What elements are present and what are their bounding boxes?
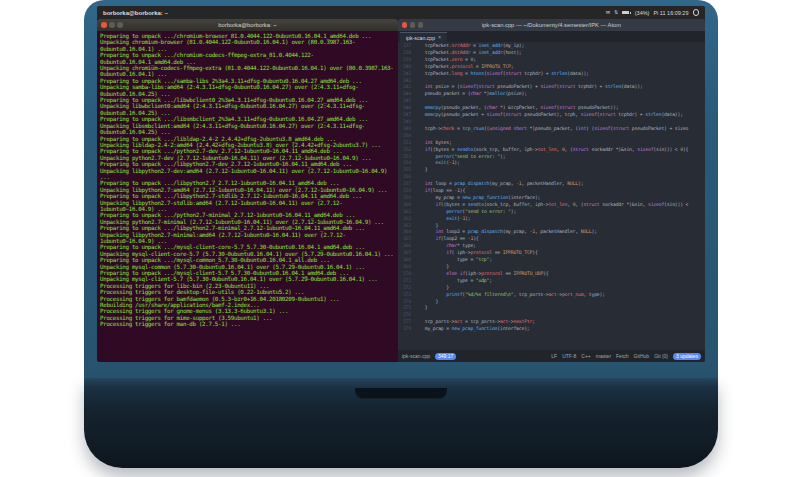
code-text: [414, 119, 705, 126]
mail-icon[interactable]: ✉: [606, 10, 610, 15]
terminal-line: Preparing to unpack .../libpython2.7-min…: [100, 225, 395, 231]
status-item[interactable]: UTF-8: [562, 353, 576, 359]
line-number: 358: [398, 188, 414, 195]
code-text: else if(iph->protocol == IPPROTO_UDP){: [414, 271, 705, 278]
line-number: 340: [398, 64, 414, 71]
code-text: int psize = (sizeof(struct pseudoPacket)…: [414, 84, 705, 91]
code-text: }: [414, 167, 705, 174]
code-line: 341 tcpPacket.long = htons(sizeof(struct…: [398, 71, 705, 78]
network-icon[interactable]: ⇅: [614, 10, 618, 15]
laptop-bezel: borborka@borborka: ~ ✉ ⇅ (34%) Pi 11 16:…: [84, 0, 718, 378]
line-number: 372: [398, 285, 414, 292]
line-number: 355: [398, 167, 414, 174]
clock[interactable]: Pi 11 16:09:29: [653, 10, 688, 16]
battery-icon[interactable]: [622, 11, 631, 15]
code-text: perror("send to error: ");: [414, 154, 705, 161]
code-line: 362 exit(-1);: [398, 216, 705, 223]
code-text: type = "tcp";: [414, 257, 705, 264]
code-line: 340 tcpPacket.protocol = IPPROTO_TCP;: [398, 64, 705, 71]
line-number: 344: [398, 91, 414, 98]
code-text: [414, 78, 705, 85]
code-text: tcpPacket.dstAddr = inet_addr(host);: [414, 50, 705, 57]
line-number: 366: [398, 243, 414, 250]
line-number: 349: [398, 126, 414, 133]
code-area[interactable]: 337 tcpPacket.srcAddr = inet_addr(my_ip)…: [398, 42, 705, 350]
line-number: 354: [398, 160, 414, 167]
status-item[interactable]: 349:17: [435, 353, 456, 360]
line-number: 348: [398, 119, 414, 126]
power-menu-icon[interactable]: [693, 9, 700, 16]
code-text: }: [414, 285, 705, 292]
code-line: 371 type = "udp";: [398, 278, 705, 285]
maximize-button[interactable]: [418, 22, 424, 28]
terminal-line: Preparing to unpack .../libsmbclient_2%3…: [100, 116, 395, 122]
code-line: 366 char* type;: [398, 243, 705, 250]
close-button[interactable]: [101, 22, 107, 28]
line-number: 338: [398, 50, 414, 57]
line-number: 374: [398, 299, 414, 306]
code-line: 375 }: [398, 305, 705, 312]
maximize-button[interactable]: [117, 22, 123, 28]
code-text: exit(-1);: [414, 216, 705, 223]
status-item[interactable]: ipk-scan.cpp: [402, 353, 430, 359]
status-item[interactable]: LF: [551, 353, 557, 359]
line-number: 359: [398, 195, 414, 202]
line-number: 352: [398, 147, 414, 154]
code-line: 345: [398, 98, 705, 105]
code-text: }: [414, 264, 705, 271]
line-number: 346: [398, 105, 414, 112]
minimize-button[interactable]: [109, 22, 115, 28]
editor-window: ipk-scan.cpp — ~/Dokumenty/4.semester/IP…: [398, 19, 705, 362]
code-text: perror("send to error: ");: [414, 209, 705, 216]
terminal-line: Unpacking libsmbclient:amd64 (2:4.3.11+d…: [100, 123, 395, 136]
code-line: 349 tcph->check = tcp_csum((unsigned sho…: [398, 126, 705, 133]
code-line: 357 int loop = pcap_dispatch(my_pcap, -1…: [398, 181, 705, 188]
tab-close-icon[interactable]: ×: [438, 35, 441, 41]
terminal-line: Unpacking libpython2.7-minimal:amd64 (2.…: [100, 232, 395, 245]
editor-titlebar[interactable]: ipk-scan.cpp — ~/Dokumenty/4.semester/IP…: [398, 19, 705, 31]
line-number: 367: [398, 250, 414, 257]
terminal-line: Processing triggers for man-db (2.7.5-1)…: [100, 321, 395, 327]
code-line: 346 memcpy(pseudo_packet, (char *) &tcpP…: [398, 105, 705, 112]
tab-ipk-scan[interactable]: ipk-scan.cpp ×: [400, 32, 447, 42]
code-line: 359 my_pcap = new_pcap_function(interfac…: [398, 195, 705, 202]
status-item[interactable]: Git (0): [654, 353, 668, 359]
code-text: tcph->check = tcp_csum((unsigned short *…: [414, 126, 705, 133]
status-item[interactable]: GitHub: [634, 353, 650, 359]
panel-window-title: borborka@borborka: ~: [103, 10, 168, 16]
code-line: 348: [398, 119, 705, 126]
code-text: if((bytes = sendto(sock_tcp, buffer, iph…: [414, 147, 705, 154]
code-text: [414, 133, 705, 140]
tab-label: ipk-scan.cpp: [406, 35, 435, 41]
status-item[interactable]: Fetch: [616, 353, 629, 359]
desktop: borborka@borborka: ~ Preparing to unpack…: [97, 19, 705, 362]
line-number: 360: [398, 202, 414, 209]
code-text: printf("%d/%s filtered\n", tcp_ports->ac…: [414, 292, 705, 299]
status-item[interactable]: master: [596, 353, 611, 359]
terminal-line: Preparing to unpack .../libpython2.7-std…: [100, 193, 395, 199]
code-line: 352 if((bytes = sendto(sock_tcp, buffer,…: [398, 147, 705, 154]
code-line: 354 exit(-1);: [398, 160, 705, 167]
terminal-output[interactable]: Preparing to unpack .../chromium-browser…: [97, 31, 398, 362]
close-button[interactable]: [402, 22, 408, 28]
code-line: 374 }: [398, 299, 705, 306]
terminal-line: Unpacking chromium-browser (81.0.4044.12…: [100, 39, 395, 52]
code-line: 373 printf("%d/%s filtered\n", tcp_ports…: [398, 292, 705, 299]
panel-indicators: ✉ ⇅ (34%) Pi 11 16:09:29: [606, 9, 699, 16]
code-text: }: [414, 299, 705, 306]
minimize-button[interactable]: [410, 22, 416, 28]
terminal-titlebar[interactable]: borborka@borborka: ~: [97, 19, 398, 31]
line-number: 370: [398, 271, 414, 278]
code-line: 342: [398, 78, 705, 85]
code-line: 365 if(loop2 == -1){: [398, 236, 705, 243]
status-item[interactable]: C++: [581, 353, 590, 359]
status-item[interactable]: 3 updates: [673, 353, 701, 360]
line-number: 353: [398, 154, 414, 161]
line-number: 361: [398, 209, 414, 216]
code-text: memcpy(pseudo_packet, (char *) &tcpPacke…: [414, 105, 705, 112]
code-line: 368 type = "tcp";: [398, 257, 705, 264]
line-number: 376: [398, 312, 414, 319]
code-line: 370 else if(iph->protocol == IPPROTO_UDP…: [398, 271, 705, 278]
code-text: [414, 312, 705, 319]
code-text: my_pcap = new_pcap_function(interface);: [414, 326, 705, 333]
